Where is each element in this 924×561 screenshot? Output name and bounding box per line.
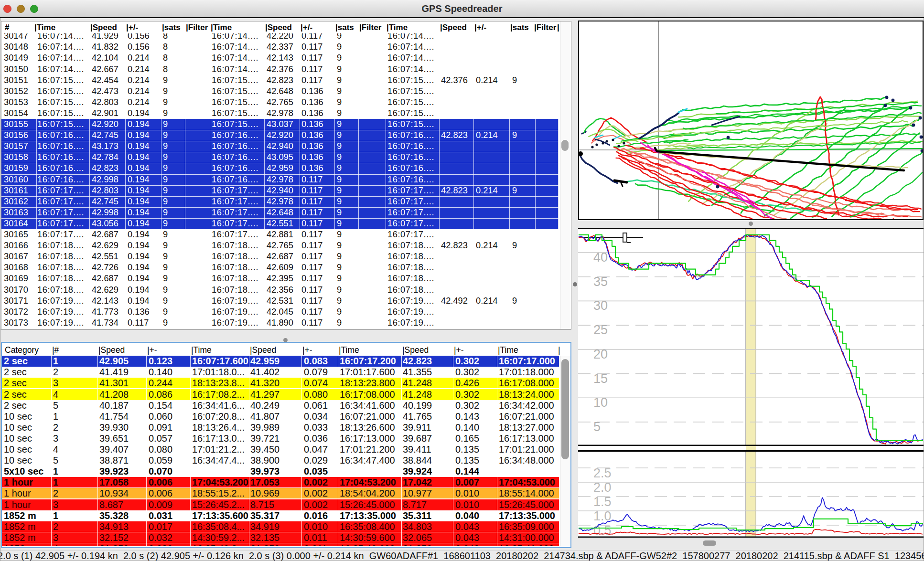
svg-text:1.5: 1.5 [593, 495, 612, 509]
svg-text:30: 30 [593, 298, 608, 313]
svg-text:20: 20 [593, 347, 608, 361]
svg-text:25: 25 [593, 323, 608, 337]
svg-text:2.5: 2.5 [593, 466, 612, 480]
svg-text:35: 35 [593, 275, 608, 289]
svg-text:1.0: 1.0 [593, 509, 612, 523]
svg-text:0.5: 0.5 [593, 523, 612, 538]
svg-text:2.0: 2.0 [593, 480, 612, 495]
svg-text:15: 15 [593, 371, 608, 386]
svg-text:10: 10 [593, 395, 608, 410]
svg-text:40: 40 [593, 250, 608, 265]
svg-text:5: 5 [593, 420, 601, 434]
